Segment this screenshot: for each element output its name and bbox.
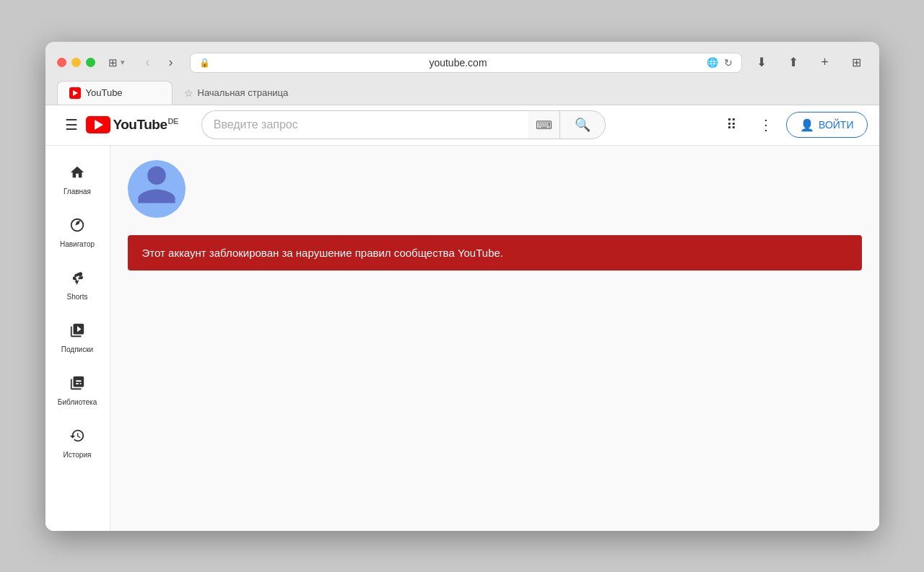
sidebar-item-shorts-label: Shorts <box>67 293 88 301</box>
search-button[interactable]: 🔍 <box>559 110 606 139</box>
sidebar-item-explore[interactable]: Навигатор <box>48 207 107 257</box>
banned-banner: Этот аккаунт заблокирован за нарушение п… <box>128 235 862 270</box>
youtube-logo: YouTubeDE <box>86 116 178 133</box>
shorts-icon <box>69 270 85 289</box>
sidebar-item-history[interactable]: История <box>48 418 107 467</box>
title-bar: ⊞ ▾ ‹ › 🔒 youtube.com 🌐 ↻ ⬇ ⬆ + ⊞ <box>45 42 879 105</box>
downloads-button[interactable]: ⬇ <box>751 52 772 74</box>
channel-header <box>128 160 862 218</box>
search-form: ⌨ 🔍 <box>201 110 606 139</box>
home-icon <box>69 164 85 183</box>
library-icon <box>69 375 85 394</box>
nav-buttons: ‹ › <box>138 53 181 73</box>
sidebar-item-home-label: Главная <box>64 188 91 195</box>
header-right: ⠿ ⋮ 👤 ВОЙТИ <box>717 110 867 139</box>
youtube-logo-icon <box>86 116 110 133</box>
subscriptions-icon <box>69 322 85 341</box>
tab-grid-button[interactable]: ⊞ <box>846 52 868 74</box>
menu-button[interactable]: ☰ <box>57 110 86 139</box>
more-button[interactable]: ⋮ <box>751 110 780 139</box>
tab-youtube[interactable]: YouTube <box>57 81 173 105</box>
avatar-icon <box>134 162 180 216</box>
translate-icon: 🌐 <box>707 57 718 68</box>
browser-content: ☰ YouTubeDE ⌨ 🔍 ⠿ ⋮ 👤 ВОЙТИ <box>45 105 879 531</box>
youtube-header: ☰ YouTubeDE ⌨ 🔍 ⠿ ⋮ 👤 ВОЙТИ <box>45 105 879 146</box>
star-icon: ☆ <box>184 87 193 99</box>
sidebar-item-subscriptions-label: Подписки <box>61 346 93 353</box>
sidebar-item-subscriptions[interactable]: Подписки <box>48 312 107 362</box>
sidebar-item-library[interactable]: Библиотека <box>48 365 107 415</box>
youtube-logo-text: YouTubeDE <box>113 117 178 133</box>
browser-window: ⊞ ▾ ‹ › 🔒 youtube.com 🌐 ↻ ⬇ ⬆ + ⊞ <box>45 42 879 531</box>
url-text: youtube.com <box>216 57 701 69</box>
tab-youtube-label: YouTube <box>86 87 123 98</box>
tabs-row: YouTube ☆ Начальная страница <box>57 81 868 105</box>
sidebar-toggle-button[interactable]: ⊞ ▾ <box>104 55 129 71</box>
keyboard-button[interactable]: ⌨ <box>528 110 559 139</box>
search-input[interactable] <box>201 110 528 139</box>
refresh-icon[interactable]: ↻ <box>724 57 733 69</box>
sidebar-item-library-label: Библиотека <box>58 398 97 406</box>
share-button[interactable]: ⬆ <box>783 52 804 74</box>
sidebar-item-shorts[interactable]: Shorts <box>48 260 107 309</box>
sidebar-item-home[interactable]: Главная <box>48 154 107 204</box>
back-button[interactable]: ‹ <box>138 53 158 73</box>
compass-icon <box>69 217 85 236</box>
tab-home-label: Начальная страница <box>198 87 289 98</box>
traffic-lights <box>57 58 95 67</box>
avatar <box>128 160 186 218</box>
history-icon <box>69 428 85 446</box>
minimize-button[interactable] <box>71 58 81 67</box>
toolbar-actions: ⬇ ⬆ + ⊞ <box>751 52 868 74</box>
yt-main: Главная Навигатор Shorts <box>45 146 879 531</box>
tab-home[interactable]: ☆ Начальная страница <box>173 82 302 105</box>
sidebar-item-explore-label: Навигатор <box>60 240 95 248</box>
youtube-tab-icon <box>69 87 81 99</box>
person-icon: 👤 <box>800 118 814 132</box>
apps-button[interactable]: ⠿ <box>717 110 746 139</box>
maximize-button[interactable] <box>86 58 95 67</box>
lock-icon: 🔒 <box>199 58 210 68</box>
address-bar[interactable]: 🔒 youtube.com 🌐 ↻ <box>190 53 742 73</box>
forward-button[interactable]: › <box>161 53 181 73</box>
sign-in-button[interactable]: 👤 ВОЙТИ <box>786 112 867 138</box>
close-button[interactable] <box>57 58 66 67</box>
new-tab-button[interactable]: + <box>814 52 836 74</box>
yt-content: Этот аккаунт заблокирован за нарушение п… <box>110 146 879 531</box>
sidebar-item-history-label: История <box>64 451 92 459</box>
yt-sidebar: Главная Навигатор Shorts <box>45 146 110 531</box>
